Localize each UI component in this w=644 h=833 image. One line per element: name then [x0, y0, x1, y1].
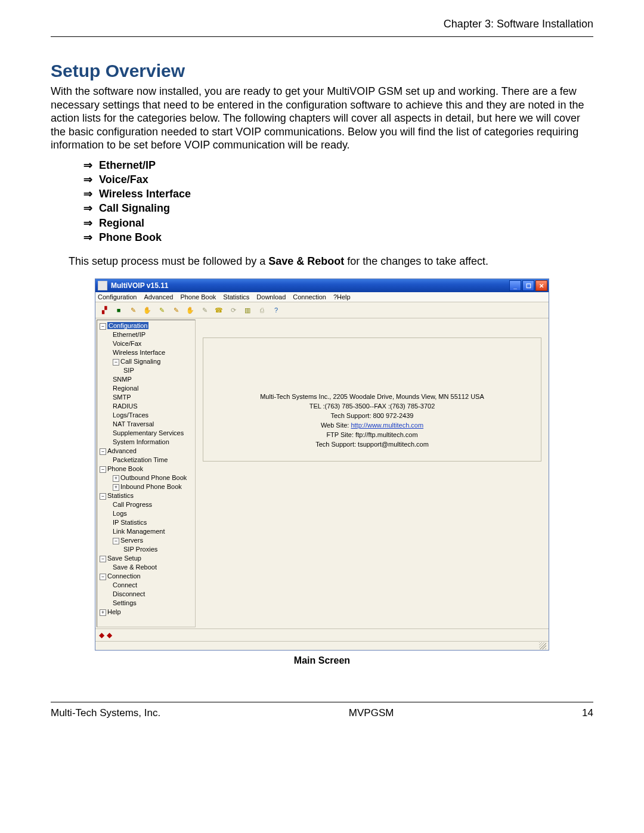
menubar: Configuration Advanced Phone Book Statis… [95, 292, 549, 302]
menu-phonebook[interactable]: Phone Book [180, 293, 216, 301]
tree-item[interactable]: Connect [100, 581, 195, 590]
minimize-button[interactable]: _ [509, 280, 521, 291]
menu-help[interactable]: ?Help [333, 293, 351, 301]
navigation-tree[interactable]: −ConfigurationEthernet/IPVoice/FaxWirele… [97, 320, 196, 627]
toolbar-icon[interactable]: ✎ [199, 305, 210, 315]
tree-expand-icon[interactable]: − [113, 538, 119, 544]
tree-item[interactable]: RADIUS [100, 402, 195, 411]
toolbar-icon[interactable]: ✎ [128, 305, 138, 315]
menu-configuration[interactable]: Configuration [98, 293, 137, 301]
toolbar-icon[interactable]: ▞ [99, 305, 110, 315]
tree-item[interactable]: System Information [100, 438, 195, 447]
menu-download[interactable]: Download [256, 293, 286, 301]
window-title: MultiVOIP v15.11 [111, 281, 169, 290]
tree-item-label: Disconnect [113, 590, 145, 597]
toolbar-icon[interactable]: ☎ [213, 305, 224, 315]
tree-item[interactable]: Save & Reboot [100, 563, 195, 572]
toolbar-icon[interactable]: ✎ [171, 305, 181, 315]
tree-item-label: Connect [113, 581, 137, 589]
tree-item[interactable]: Ethernet/IP [100, 330, 195, 339]
tree-item-label: Packetization Time [113, 456, 168, 463]
toolbar-icon[interactable]: ✋ [185, 305, 196, 315]
category-list: Ethernet/IP Voice/Fax Wireless Interface… [51, 158, 593, 245]
multivoip-window: MultiVOIP v15.11 _ ☐ ✕ Configuration Adv… [95, 278, 549, 651]
tree-item-label: System Information [113, 438, 169, 445]
tree-item[interactable]: Disconnect [100, 590, 195, 599]
tree-item[interactable]: +Help [100, 608, 195, 617]
tree-item-label: Call Progress [113, 501, 152, 508]
section-title: Setup Overview [51, 61, 593, 81]
tree-item-label: Wireless Interface [113, 349, 165, 356]
tree-expand-icon[interactable]: − [113, 359, 119, 366]
tree-item[interactable]: Packetization Time [100, 456, 195, 465]
tree-expand-icon[interactable]: + [113, 475, 119, 482]
resize-grip-icon[interactable] [539, 642, 546, 649]
tree-expand-icon[interactable]: − [100, 556, 106, 562]
tree-expand-icon[interactable]: − [100, 323, 106, 330]
tree-item-label: Settings [113, 599, 137, 606]
toolbar-icon[interactable]: ? [271, 305, 281, 315]
tree-item[interactable]: IP Statistics [100, 518, 195, 527]
tree-expand-icon[interactable]: − [100, 448, 106, 455]
tree-item-label: Statistics [107, 492, 134, 499]
tree-item[interactable]: Logs/Traces [100, 411, 195, 420]
toolbar-icon[interactable]: ⎙ [256, 305, 267, 315]
category-item: Voice/Fax [83, 172, 593, 187]
tree-item-label: Ethernet/IP [113, 331, 145, 338]
tree-item-label: Regional [113, 385, 138, 392]
tree-item[interactable]: Voice/Fax [100, 339, 195, 348]
menu-advanced[interactable]: Advanced [144, 293, 173, 301]
tree-item[interactable]: Regional [100, 384, 195, 393]
tree-item[interactable]: −Servers [100, 536, 195, 545]
tree-expand-icon[interactable]: − [100, 466, 106, 473]
tree-item[interactable]: Wireless Interface [100, 348, 195, 357]
tree-item[interactable]: −Save Setup [100, 554, 195, 563]
close-button[interactable]: ✕ [535, 280, 547, 291]
tree-expand-icon[interactable]: + [113, 484, 119, 491]
tree-expand-icon[interactable]: − [100, 493, 106, 500]
maximize-button[interactable]: ☐ [522, 280, 534, 291]
app-icon [98, 281, 107, 290]
note-suffix: for the changes to take affect. [344, 255, 488, 267]
tree-expand-icon[interactable]: + [100, 609, 106, 616]
tree-item-label: Outbound Phone Book [120, 474, 187, 481]
tree-item[interactable]: SNMP [100, 375, 195, 384]
status-led-icon: ◆ [107, 631, 112, 639]
statusbar-bottom [95, 641, 549, 650]
tree-expand-icon[interactable]: − [100, 574, 106, 580]
tree-item[interactable]: −Advanced [100, 447, 195, 456]
tree-item[interactable]: Logs [100, 509, 195, 518]
toolbar-icon[interactable]: ✋ [142, 305, 153, 315]
tree-item[interactable]: NAT Traversal [100, 420, 195, 429]
tree-item[interactable]: SMTP [100, 393, 195, 402]
website-link[interactable]: http://www.multitech.com [351, 422, 423, 429]
tree-item[interactable]: Settings [100, 599, 195, 608]
tree-item[interactable]: SIP [100, 366, 195, 375]
menu-statistics[interactable]: Statistics [223, 293, 249, 301]
toolbar-icon[interactable]: ▥ [242, 305, 253, 315]
toolbar-icon[interactable]: ⟳ [228, 305, 239, 315]
tree-item[interactable]: −Statistics [100, 491, 195, 500]
menu-connection[interactable]: Connection [293, 293, 326, 301]
note-bold: Save & Reboot [268, 255, 344, 267]
tree-item[interactable]: +Outbound Phone Book [100, 473, 195, 482]
tree-item[interactable]: −Configuration [100, 321, 195, 330]
tree-item[interactable]: Call Progress [100, 500, 195, 509]
tree-item[interactable]: Link Management [100, 527, 195, 536]
tree-item[interactable]: +Inbound Phone Book [100, 482, 195, 491]
tree-item[interactable]: −Call Signaling [100, 357, 195, 366]
toolbar-icon[interactable]: ■ [113, 305, 124, 315]
window-titlebar[interactable]: MultiVOIP v15.11 _ ☐ ✕ [95, 279, 549, 292]
intro-paragraph: With the software now installed, you are… [51, 85, 593, 152]
info-support: Tech Support: 800 972-2439 [209, 411, 535, 420]
toolbar-icon[interactable]: ✎ [156, 305, 167, 315]
tree-item-label: Supplementary Services [113, 429, 184, 436]
tree-item[interactable]: −Phone Book [100, 465, 195, 473]
content-pane: Multi-Tech Systems Inc., 2205 Woodale Dr… [197, 320, 547, 627]
category-item: Ethernet/IP [83, 158, 593, 172]
tree-item[interactable]: −Connection [100, 572, 195, 581]
tree-item-label: IP Statistics [113, 519, 147, 526]
category-item: Regional [83, 216, 593, 230]
tree-item[interactable]: SIP Proxies [100, 545, 195, 554]
tree-item[interactable]: Supplementary Services [100, 429, 195, 438]
